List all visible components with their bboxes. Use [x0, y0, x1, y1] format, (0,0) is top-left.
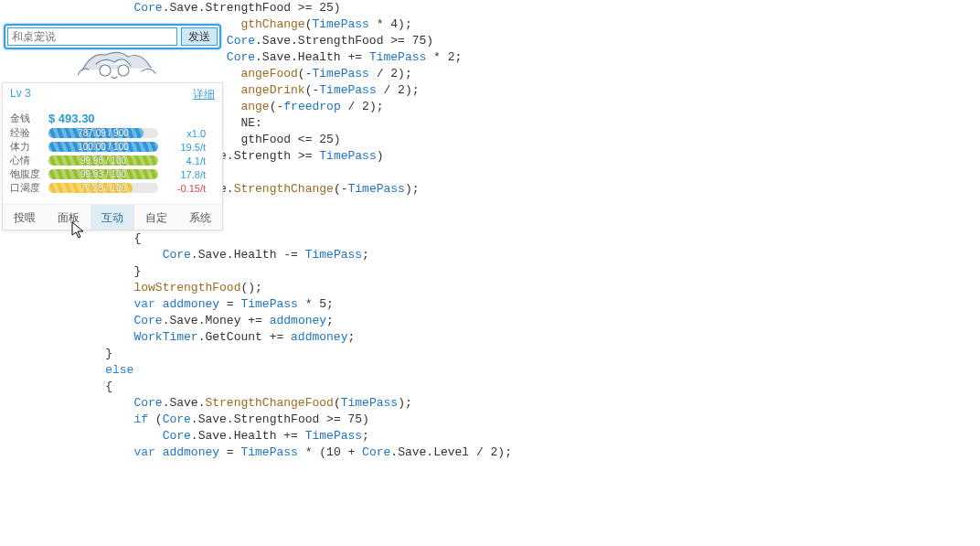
stat-bar-text: 100.00 / 100	[48, 142, 158, 152]
stat-rate: 17.8/t	[164, 169, 206, 180]
pet-stats-panel: Lv 3 详细 金钱 $ 493.30 经验787.09 / 900x1.0体力…	[2, 82, 223, 230]
stat-row: 饱腹度99.93 / 10017.8/t	[10, 167, 215, 181]
stat-bar: 99.93 / 100	[48, 169, 158, 179]
tab-4[interactable]: 系统	[178, 205, 222, 230]
stat-row: 经验787.09 / 900x1.0	[10, 126, 215, 140]
stat-row: 体力100.00 / 10019.5/t	[10, 140, 215, 154]
send-button[interactable]: 发送	[181, 27, 218, 46]
level-label: Lv 3	[10, 87, 31, 102]
svg-point-0	[100, 65, 111, 76]
stat-bar-text: 77.28 / 100	[48, 183, 158, 193]
stat-bar: 787.09 / 900	[48, 128, 158, 138]
tab-0[interactable]: 投喂	[3, 205, 47, 230]
stat-rate: -0.15/t	[164, 183, 206, 194]
stat-rate: 19.5/t	[164, 142, 206, 153]
stat-bar: 100.00 / 100	[48, 142, 158, 152]
stat-label: 体力	[10, 140, 43, 154]
stat-bar-text: 787.09 / 900	[48, 128, 158, 138]
stat-row: 口渴度77.28 / 100-0.15/t	[10, 181, 215, 195]
tab-1[interactable]: 面板	[47, 205, 91, 230]
tab-2[interactable]: 互动	[91, 205, 134, 230]
money-label: 金钱	[10, 112, 43, 125]
stat-bar: 99.98 / 100	[48, 155, 158, 166]
stat-rate: x1.0	[164, 128, 206, 139]
chat-input[interactable]	[7, 27, 177, 46]
stat-label: 心情	[10, 154, 43, 167]
svg-point-1	[118, 65, 129, 76]
money-value: $ 493.30	[48, 112, 95, 125]
stat-bar-text: 99.93 / 100	[48, 169, 158, 179]
code-editor-background: Core.Save.StrengthFood >= 25) gthChange(…	[77, 0, 900, 461]
tab-3[interactable]: 自定	[134, 205, 178, 230]
stat-label: 经验	[10, 126, 43, 140]
chat-input-bar: 发送	[4, 24, 221, 49]
stat-bar: 77.28 / 100	[48, 183, 158, 193]
panel-tabs: 投喂面板互动自定系统	[3, 204, 222, 230]
stat-row: 心情99.98 / 1004.1/t	[10, 154, 215, 167]
stat-bar-text: 99.98 / 100	[48, 155, 158, 166]
stat-label: 饱腹度	[10, 167, 43, 181]
pet-avatar	[78, 48, 160, 84]
detail-link[interactable]: 详细	[193, 87, 215, 102]
stat-label: 口渴度	[10, 181, 43, 195]
stat-rate: 4.1/t	[164, 155, 206, 166]
